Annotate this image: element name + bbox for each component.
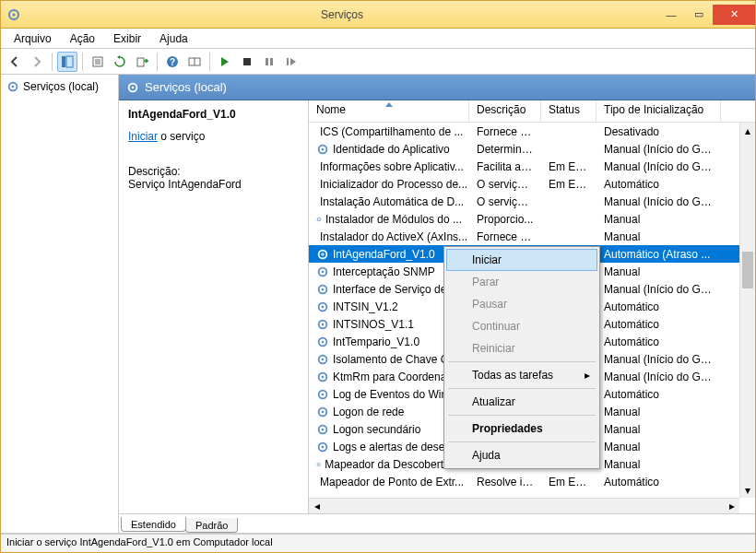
cell-description: Facilita a e... bbox=[469, 160, 541, 173]
tree-root-services[interactable]: Serviços (local) bbox=[5, 78, 114, 95]
cell-type: Manual (Início do Ga... bbox=[597, 143, 721, 156]
minimize-button[interactable]: — bbox=[657, 5, 685, 25]
service-row[interactable]: Inicializador do Processo de...O serviço… bbox=[309, 175, 755, 193]
cell-type: Manual bbox=[597, 423, 721, 436]
menu-file[interactable]: Arquivo bbox=[6, 30, 59, 47]
toolbar-separator bbox=[209, 53, 210, 71]
pause-service-button[interactable] bbox=[259, 52, 279, 72]
export-button[interactable] bbox=[132, 52, 152, 72]
horizontal-scrollbar[interactable]: ◂ ▸ bbox=[309, 498, 739, 513]
restart-service-button[interactable] bbox=[281, 52, 301, 72]
maximize-button[interactable]: ▭ bbox=[685, 5, 713, 25]
svg-rect-3 bbox=[66, 56, 73, 67]
ctx-all-tasks[interactable]: Todas as tarefas▸ bbox=[446, 364, 597, 386]
service-row[interactable]: Mapeador de Ponto de Extr...Resolve id..… bbox=[309, 473, 755, 490]
svg-rect-13 bbox=[243, 58, 251, 65]
cell-type: Manual (Início do Ga... bbox=[597, 353, 721, 366]
cell-description: Determina... bbox=[469, 143, 541, 156]
svg-point-36 bbox=[322, 253, 325, 255]
svg-text:?: ? bbox=[170, 57, 175, 67]
service-row[interactable]: Instalação Automática de D...O serviço .… bbox=[309, 193, 755, 210]
menu-action[interactable]: Ação bbox=[63, 30, 102, 47]
right-pane: Serviços (local) IntAgendaFord_V1.0 Inic… bbox=[119, 75, 755, 533]
ctx-help[interactable]: Ajuda bbox=[446, 444, 597, 466]
nav-forward-button[interactable] bbox=[27, 52, 47, 72]
ctx-separator bbox=[448, 361, 596, 362]
ctx-stop[interactable]: Parar bbox=[446, 271, 597, 293]
statusbar: Iniciar o serviço IntAgendaFord_V1.0 em … bbox=[1, 534, 755, 552]
cell-type: Manual bbox=[597, 406, 721, 418]
cell-description: O serviço ... bbox=[469, 178, 541, 191]
svg-point-24 bbox=[322, 147, 325, 150]
gear-icon bbox=[316, 283, 329, 296]
submenu-arrow-icon: ▸ bbox=[585, 369, 590, 382]
scroll-right-icon[interactable]: ▸ bbox=[724, 499, 739, 513]
show-tree-button[interactable] bbox=[57, 52, 77, 72]
vertical-scrollbar[interactable]: ▴ ▾ bbox=[739, 123, 755, 498]
svg-point-58 bbox=[322, 445, 325, 448]
cell-name: Instalação Automática de D... bbox=[309, 195, 469, 208]
service-row[interactable]: ICS (Compartilhamento de ...Fornece s...… bbox=[309, 123, 755, 140]
service-row[interactable]: Informações sobre Aplicativ...Facilita a… bbox=[309, 158, 755, 175]
menu-help[interactable]: Ajuda bbox=[152, 30, 195, 47]
ctx-restart[interactable]: Reiniciar bbox=[446, 337, 597, 359]
cell-name: Mapeador de Ponto de Extr... bbox=[309, 476, 469, 488]
cell-type: Automático bbox=[597, 318, 721, 331]
toolbar-separator bbox=[82, 53, 83, 71]
start-service-line: Iniciar o serviço bbox=[128, 130, 299, 143]
scroll-thumb[interactable] bbox=[742, 252, 753, 288]
services-icon bbox=[6, 7, 21, 22]
column-startup-type[interactable]: Tipo de Inicialização bbox=[597, 100, 721, 122]
ctx-pause[interactable]: Pausar bbox=[446, 293, 597, 315]
refresh-button[interactable] bbox=[110, 52, 130, 72]
titlebar: Serviços — ▭ ✕ bbox=[1, 1, 755, 29]
help-button[interactable]: ? bbox=[162, 52, 183, 72]
cell-name: ICS (Compartilhamento de ... bbox=[309, 125, 469, 138]
ctx-refresh[interactable]: Atualizar bbox=[446, 391, 597, 413]
service-row[interactable]: Instalador de Módulos do ...Proporcio...… bbox=[309, 210, 755, 228]
gear-icon bbox=[316, 441, 329, 453]
svg-point-44 bbox=[322, 323, 325, 325]
gear-icon bbox=[316, 265, 329, 278]
scroll-up-icon[interactable]: ▴ bbox=[740, 123, 755, 138]
service-row[interactable]: Identidade do AplicativoDetermina...Manu… bbox=[309, 140, 755, 158]
gear-icon bbox=[126, 81, 139, 94]
properties-button[interactable] bbox=[88, 52, 108, 72]
column-description[interactable]: Descrição bbox=[469, 100, 541, 122]
svg-point-1 bbox=[13, 13, 16, 16]
column-status[interactable]: Status bbox=[541, 100, 597, 122]
svg-point-60 bbox=[318, 464, 319, 465]
column-name[interactable]: Nome bbox=[309, 100, 469, 122]
menu-view[interactable]: Exibir bbox=[106, 30, 148, 47]
gear-icon bbox=[316, 353, 329, 366]
ctx-properties[interactable]: Propriedades bbox=[446, 418, 597, 440]
scroll-down-icon[interactable]: ▾ bbox=[740, 482, 755, 498]
ctx-start[interactable]: Iniciar bbox=[446, 249, 597, 271]
svg-point-46 bbox=[322, 340, 325, 343]
close-button[interactable]: ✕ bbox=[713, 5, 755, 25]
tab-standard[interactable]: Padrão bbox=[185, 518, 238, 533]
cell-status: Em Exe... bbox=[541, 178, 597, 191]
list-header: Nome Descrição Status Tipo de Inicializa… bbox=[309, 100, 755, 123]
gear-icon bbox=[316, 248, 329, 261]
services-window: Serviços — ▭ ✕ Arquivo Ação Exibir Ajuda… bbox=[0, 0, 756, 553]
cell-name: Instalador do ActiveX (AxIns... bbox=[309, 230, 469, 243]
service-row[interactable]: Instalador do ActiveX (AxIns...Fornece v… bbox=[309, 228, 755, 245]
svg-point-20 bbox=[132, 86, 135, 88]
svg-point-18 bbox=[12, 86, 15, 88]
cell-description: Fornece v... bbox=[469, 230, 541, 243]
show-hide-button[interactable] bbox=[184, 52, 205, 72]
gear-icon bbox=[316, 318, 329, 331]
cell-type: Automático bbox=[597, 476, 721, 488]
stop-service-button[interactable] bbox=[237, 52, 257, 72]
cell-name: Identidade do Aplicativo bbox=[309, 143, 469, 156]
nav-back-button[interactable] bbox=[5, 52, 25, 72]
pane-body: IntAgendaFord_V1.0 Iniciar o serviço Des… bbox=[119, 100, 755, 513]
scroll-left-icon[interactable]: ◂ bbox=[309, 499, 325, 513]
gear-icon bbox=[316, 388, 329, 401]
cell-description: Fornece s... bbox=[469, 125, 541, 138]
start-service-link[interactable]: Iniciar bbox=[128, 130, 158, 143]
ctx-continue[interactable]: Continuar bbox=[446, 315, 597, 337]
tab-extended[interactable]: Estendido bbox=[121, 517, 186, 532]
start-service-button[interactable] bbox=[215, 52, 235, 72]
